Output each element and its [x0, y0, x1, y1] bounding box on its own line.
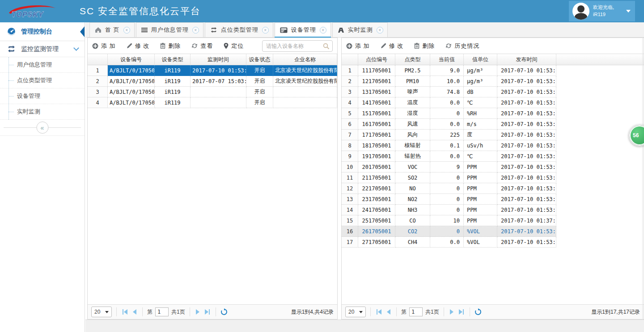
table-row[interactable]: 7171705001风向225度2017-07-10 01:53:21	[342, 130, 644, 140]
table-row[interactable]: 4A/BJLT/0/1705004iR119开启	[88, 97, 337, 108]
page-number-input[interactable]	[409, 307, 423, 316]
next-page-button[interactable]	[195, 309, 201, 315]
close-icon[interactable]: ×	[262, 27, 269, 34]
next-page-button[interactable]	[449, 309, 455, 315]
search-icon[interactable]	[323, 43, 330, 50]
column-header[interactable]: 点位编号	[358, 54, 395, 65]
page-size-select[interactable]: 20	[91, 307, 112, 317]
sidebar-item-point-type[interactable]: 点位类型管理	[0, 73, 85, 88]
tab-realtime-monitor[interactable]: 实时监测 ×	[332, 22, 388, 37]
locate-button[interactable]: 定位	[224, 42, 244, 50]
cell: 2017-07-10 01:53:21	[497, 183, 556, 194]
row-number: 1	[342, 65, 358, 76]
table-row[interactable]: 5151705001湿度0%RH2017-07-10 01:53:22	[342, 108, 644, 119]
column-header[interactable]: 值单位	[464, 54, 497, 65]
table-row[interactable]: 2A/BJLT/0/1705002iR1192017-07-07 15:03:0…	[88, 76, 337, 87]
delete-button[interactable]: 删除	[414, 42, 435, 50]
sidebar-group-monitoring[interactable]: 监控监测管理	[0, 41, 85, 57]
table-row[interactable]: 8181705001核辐射0.1uSv/h2017-07-10 01:53:21	[342, 140, 644, 151]
column-header[interactable]: 企业名称	[273, 54, 337, 65]
column-header[interactable]: 设备类型	[155, 54, 191, 65]
tab-home[interactable]: 首 页 ×	[89, 22, 135, 37]
add-button[interactable]: 添 加	[346, 42, 370, 50]
cell: ℃	[464, 151, 497, 162]
edit-button[interactable]: 修 改	[127, 42, 150, 50]
sidebar-item-device[interactable]: 设备管理	[0, 88, 85, 104]
cell: 北京凌天世纪控股股份有限公司	[273, 76, 337, 87]
trash-icon	[414, 43, 419, 49]
spacer-cell	[556, 65, 644, 76]
cell: 9.0	[430, 65, 464, 76]
edit-button[interactable]: 修 改	[381, 42, 404, 50]
page-title: SC 安全监管信息化云平台	[80, 0, 201, 22]
table-row[interactable]: 1A/BJLT/0/1705001iR1192017-07-10 01:53:2…	[88, 65, 337, 76]
spacer-cell	[556, 194, 644, 205]
cell: 2017-07-10 01:53:22	[497, 194, 556, 205]
table-row[interactable]: 1111705001PM2.59.0μg/m³2017-07-10 01:53:…	[342, 65, 644, 76]
history-button[interactable]: 历史情况	[445, 42, 479, 50]
column-header[interactable]: 点类型	[395, 54, 430, 65]
cell: 74.8	[430, 87, 464, 97]
first-page-button[interactable]	[375, 309, 383, 315]
last-page-button[interactable]	[458, 309, 465, 315]
table-row[interactable]: 13231705001NO20PPM2017-07-10 01:53:22	[342, 194, 644, 205]
column-header[interactable]: 当前值	[430, 54, 464, 65]
table-row[interactable]: 12221705001NO0PPM2017-07-10 01:53:21	[342, 183, 644, 194]
prev-page-button[interactable]	[131, 309, 138, 315]
table-row[interactable]: 11211705001SO20PPM2017-07-10 01:53:22	[342, 172, 644, 183]
close-icon[interactable]: ×	[123, 27, 130, 34]
add-button[interactable]: 添 加	[92, 42, 116, 50]
sidebar-item-user-info[interactable]: 用户信息管理	[0, 57, 85, 73]
device-table: 设备编号 设备类型 监测时间 设备状态 企业名称 1A/BJLT/0/17050…	[88, 54, 337, 108]
reload-icon[interactable]	[220, 308, 228, 315]
table-row[interactable]: 17271705001CH40.0%VOL2017-07-10 01:53:21	[342, 237, 644, 248]
device-search	[262, 40, 333, 52]
cell: CO	[395, 215, 430, 226]
cell: 0	[430, 183, 464, 194]
cell: 0	[430, 226, 464, 237]
close-icon[interactable]: ×	[377, 27, 383, 34]
cell: VOC	[395, 162, 430, 172]
tab-bar: 首 页 × 用户信息管理 × 点位类型管理 × 设备管理 × 实时监	[85, 22, 644, 38]
tab-device-management[interactable]: 设备管理 ×	[275, 22, 331, 37]
table-row[interactable]: 6161705001风速0.0m/s2017-07-10 01:53:21	[342, 119, 644, 130]
dashboard-icon	[7, 27, 16, 36]
table-row[interactable]: 3A/BJLT/0/1705003iR119开启	[88, 87, 337, 97]
first-page-button[interactable]	[121, 309, 129, 315]
sidebar-item-realtime[interactable]: 实时监测	[0, 104, 85, 120]
table-row[interactable]: 9191705001辐射热0.0℃2017-07-10 01:53:21	[342, 151, 644, 162]
user-menu[interactable]: 欢迎光临, iR119	[569, 1, 635, 21]
table-row[interactable]: 15251705001CO10PPM2017-07-10 01:37:01	[342, 215, 644, 226]
column-header[interactable]: 监测时间	[191, 54, 246, 65]
sidebar-item-label: 管理控制台	[21, 28, 52, 36]
sidebar-item-console[interactable]: 管理控制台	[0, 22, 85, 41]
prev-page-button[interactable]	[386, 309, 392, 315]
repeat-icon	[210, 27, 217, 33]
monitor-table-wrap: 点位编号 点类型 当前值 值单位 发布时间 1111705001PM2.59.0…	[342, 54, 644, 304]
table-row[interactable]: 3131705001噪声74.8dB2017-07-10 01:53:22	[342, 87, 644, 97]
column-header[interactable]: 设备状态	[246, 54, 273, 65]
page-number-input[interactable]	[155, 307, 169, 316]
last-page-button[interactable]	[203, 309, 211, 315]
page-size-select[interactable]: 20	[345, 307, 366, 317]
close-icon[interactable]: ×	[320, 27, 326, 34]
table-row[interactable]: 16261705001CO20%VOL2017-07-10 01:53:22	[342, 226, 644, 237]
table-row[interactable]: 2121705001PM1010.0μg/m³2017-07-10 01:53:…	[342, 76, 644, 87]
column-header[interactable]: 发布时间	[497, 54, 556, 65]
tab-user-info[interactable]: 用户信息管理 ×	[136, 22, 203, 37]
row-number: 9	[342, 151, 358, 162]
delete-button[interactable]: 删除	[160, 42, 181, 50]
cell: 2017-07-10 01:53:22	[497, 172, 556, 183]
row-number: 2	[342, 76, 358, 87]
table-row[interactable]: 14241705001NH30PPM2017-07-10 01:53:21	[342, 205, 644, 215]
view-button[interactable]: 查看	[191, 42, 213, 50]
tab-point-type[interactable]: 点位类型管理 ×	[205, 22, 273, 37]
cell: 9	[430, 162, 464, 172]
collapse-button[interactable]: «	[36, 122, 48, 134]
column-header[interactable]: 设备编号	[108, 54, 155, 65]
table-row[interactable]: 4141705001温度0.0℃2017-07-10 01:53:22	[342, 97, 644, 108]
search-input[interactable]	[262, 40, 333, 52]
close-icon[interactable]: ×	[192, 27, 199, 34]
table-row[interactable]: 10201705001VOC9PPM2017-07-10 01:53:22	[342, 162, 644, 172]
reload-icon[interactable]	[475, 308, 482, 315]
